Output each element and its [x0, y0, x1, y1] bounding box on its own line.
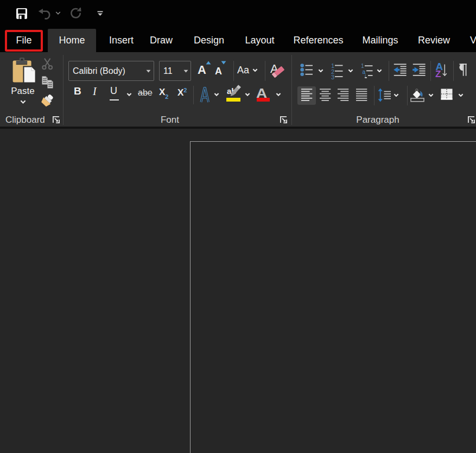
svg-text:3: 3	[331, 74, 334, 80]
svg-text:1: 1	[361, 63, 364, 69]
svg-text:Z: Z	[435, 69, 441, 78]
svg-text:i: i	[365, 73, 366, 79]
